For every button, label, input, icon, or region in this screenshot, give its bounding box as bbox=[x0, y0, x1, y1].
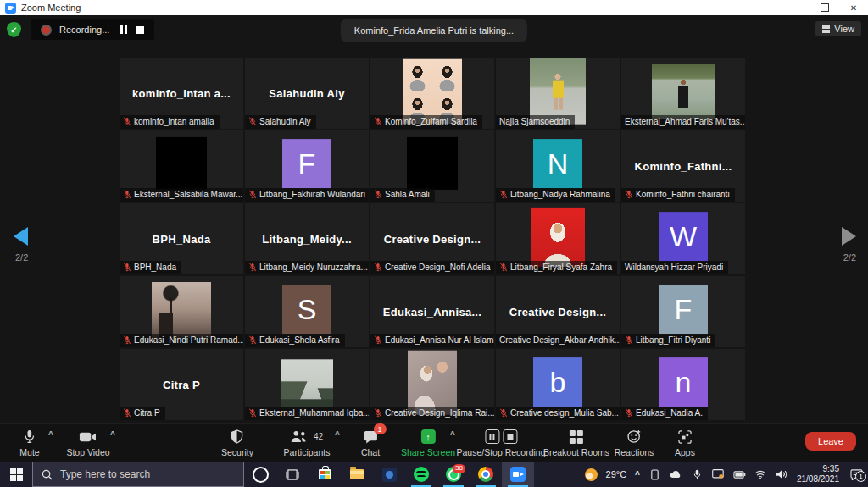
participant-tile[interactable]: Sahla Amali bbox=[370, 130, 494, 202]
pause-stop-recording-button[interactable]: Pause/Stop Recording bbox=[456, 429, 545, 457]
whatsapp-button[interactable]: 38 bbox=[437, 462, 470, 487]
participant-tile[interactable]: Salahudin AlySalahudin Aly bbox=[245, 58, 369, 129]
participant-name-label: BPH_Nada bbox=[134, 263, 176, 272]
participant-tile[interactable]: Eksternal_Salsabila Mawar... bbox=[120, 130, 243, 202]
spotify-button[interactable] bbox=[405, 462, 437, 487]
start-button[interactable] bbox=[0, 462, 32, 487]
participant-name-label: Creative Design_Nofi Adelia bbox=[385, 263, 491, 272]
participant-tile[interactable]: nEdukasi_Nadia A. bbox=[621, 349, 745, 420]
participant-tile[interactable]: Creative Design_Iqlima Rai... bbox=[370, 349, 494, 420]
pinned-app-button[interactable] bbox=[373, 462, 405, 487]
participant-tile[interactable]: FLitbang_Fakhirah Wulandari bbox=[245, 130, 369, 202]
stop-recording-toolbar-icon bbox=[503, 429, 517, 444]
battery-icon[interactable] bbox=[733, 471, 746, 479]
weather-icon[interactable] bbox=[585, 468, 598, 481]
participant-nameplate: Litbang_Fakhirah Wulandari bbox=[245, 188, 369, 202]
weather-temp[interactable]: 29°C bbox=[606, 469, 627, 479]
recording-label: Recording... bbox=[59, 25, 109, 35]
share-options-chevron[interactable]: ^ bbox=[450, 430, 455, 440]
cortana-button[interactable] bbox=[244, 462, 276, 487]
taskbar-search-input[interactable]: Type here to search bbox=[32, 462, 244, 487]
participant-tile[interactable]: SEdukasi_Shela Asfira bbox=[245, 276, 369, 347]
zoom-app-icon bbox=[5, 3, 16, 14]
view-button[interactable]: View bbox=[815, 21, 861, 36]
minimize-button[interactable] bbox=[782, 0, 810, 15]
onedrive-icon[interactable] bbox=[670, 470, 682, 479]
tray-overflow-chevron[interactable]: ^ bbox=[635, 470, 640, 479]
participant-tile[interactable]: Litbang_Firyal Syafa Zahra bbox=[496, 203, 620, 274]
participants-icon bbox=[291, 430, 309, 443]
breakout-rooms-icon bbox=[570, 430, 583, 444]
zoom-taskbar-button[interactable] bbox=[502, 462, 534, 487]
participant-tile[interactable]: Litbang_Meidy...Litbang_Meidy Nuruzzahra… bbox=[245, 203, 369, 274]
chat-button[interactable]: 1 Chat bbox=[361, 429, 380, 457]
folder-icon bbox=[350, 469, 364, 479]
reactions-button[interactable]: Reactions bbox=[615, 429, 654, 457]
participant-tile[interactable]: kominfo_intan a...kominfo_intan amalia bbox=[120, 58, 243, 129]
microphone-icon bbox=[25, 429, 36, 445]
next-page-arrow[interactable] bbox=[842, 227, 856, 246]
participant-tile[interactable]: Creative Design...Creative Design_Nofi A… bbox=[370, 203, 494, 274]
phone-link-icon[interactable] bbox=[648, 469, 661, 480]
participant-tile[interactable]: Edukasi_Annisa...Edukasi_Annisa Nur Al I… bbox=[370, 276, 494, 347]
breakout-rooms-button[interactable]: Breakout Rooms bbox=[543, 429, 609, 457]
participant-tile[interactable]: Kominfo_Fathni...Kominfo_Fathni chairant… bbox=[621, 130, 745, 202]
chrome-button[interactable] bbox=[470, 462, 502, 487]
participant-tile[interactable]: Edukasi_Nindi Putri Ramad... bbox=[120, 276, 243, 347]
participants-options-chevron[interactable]: ^ bbox=[335, 430, 340, 440]
volume-icon[interactable] bbox=[776, 469, 788, 479]
stop-recording-icon[interactable] bbox=[136, 26, 144, 34]
mute-options-chevron[interactable]: ^ bbox=[48, 430, 53, 440]
participant-tile[interactable]: Najla Sjamsoeddin bbox=[496, 58, 620, 129]
participant-tile[interactable]: Creative Design...Creative Design_Akbar … bbox=[496, 276, 620, 347]
participant-nameplate: Kominfo_Fathni chairanti bbox=[621, 188, 735, 202]
apps-icon bbox=[678, 430, 692, 444]
mic-off-icon bbox=[374, 117, 382, 126]
display-capture-icon[interactable] bbox=[712, 469, 725, 479]
mute-button[interactable]: Mute bbox=[19, 429, 39, 457]
action-center-button[interactable]: 1 bbox=[848, 469, 865, 480]
page-indicator-left: 2/2 bbox=[15, 252, 28, 263]
participant-nameplate: Edukasi_Shela Asfira bbox=[245, 334, 345, 347]
mic-off-icon bbox=[248, 263, 257, 272]
participant-tile[interactable]: Citra PCitra P bbox=[120, 349, 243, 420]
windows-logo-icon bbox=[10, 468, 23, 481]
maximize-button[interactable] bbox=[810, 0, 839, 15]
participant-avatar: F bbox=[282, 139, 331, 188]
wifi-icon[interactable] bbox=[754, 470, 767, 479]
participant-tile[interactable]: NLitbang_Nadya Rahmalina bbox=[496, 130, 620, 202]
file-explorer-button[interactable] bbox=[341, 462, 373, 487]
participant-nameplate: Edukasi_Nadia A. bbox=[621, 407, 708, 420]
participant-photo bbox=[152, 282, 211, 338]
apps-button[interactable]: Apps bbox=[675, 429, 695, 457]
previous-page-arrow[interactable] bbox=[14, 227, 28, 246]
participant-tile[interactable]: Kominfo_Zulfami Sardila bbox=[370, 58, 494, 129]
participant-photo bbox=[531, 208, 585, 267]
participant-nameplate: Sahla Amali bbox=[370, 188, 435, 202]
close-button[interactable]: ✕ bbox=[839, 0, 868, 15]
apps-label: Apps bbox=[675, 447, 695, 457]
participant-tile[interactable]: WWildansyah Hizzar Priyadi bbox=[621, 203, 745, 274]
tray-microphone-icon[interactable] bbox=[691, 469, 704, 480]
participant-name-label: Litbang_Firyal Syafa Zahra bbox=[510, 263, 612, 272]
participant-tile[interactable]: Eksternal_Muhammad Iqba... bbox=[245, 349, 369, 420]
mic-off-icon bbox=[248, 117, 257, 126]
participant-tile[interactable]: FLitbang_Fitri Diyanti bbox=[621, 276, 745, 347]
participant-tile[interactable]: BPH_NadaBPH_Nada bbox=[120, 203, 243, 274]
video-options-chevron[interactable]: ^ bbox=[110, 430, 115, 440]
security-button[interactable]: Security bbox=[221, 429, 253, 457]
participant-nameplate: Eksternal_Muhammad Iqba... bbox=[245, 407, 369, 420]
microsoft-store-button[interactable] bbox=[309, 462, 341, 487]
participant-tile[interactable]: bCreative design_Mulia Sab... bbox=[496, 349, 620, 420]
taskbar-clock[interactable]: 9:35 21/08/2021 bbox=[797, 464, 839, 484]
participant-tile[interactable]: Eksternal_Ahmad Faris Mu'tas... bbox=[621, 58, 745, 129]
camera-icon bbox=[80, 429, 97, 445]
leave-button[interactable]: Leave bbox=[805, 432, 856, 451]
participants-button[interactable]: 42 Participants bbox=[284, 429, 331, 457]
share-screen-button[interactable]: ↑ Share Screen bbox=[401, 429, 455, 457]
participant-avatar: n bbox=[659, 357, 708, 407]
task-view-button[interactable] bbox=[276, 462, 309, 487]
cortana-icon bbox=[253, 467, 269, 483]
stop-video-button[interactable]: Stop Video bbox=[66, 429, 109, 457]
pause-recording-icon[interactable] bbox=[120, 25, 127, 34]
